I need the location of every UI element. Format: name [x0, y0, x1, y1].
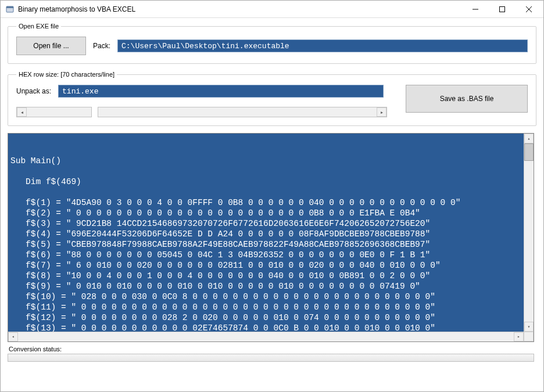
open-file-button[interactable]: Open file ... [16, 37, 86, 55]
scroll-right-icon[interactable]: ▸ [377, 107, 386, 117]
code-output[interactable]: Sub Main() Dim f$(469) f$(1) = "4D5A90 0… [8, 133, 534, 342]
save-bas-button-label: Save as .BAS file [440, 95, 494, 103]
code-text: Sub Main() Dim f$(469) f$(1) = "4D5A90 0… [8, 154, 534, 342]
save-bas-button[interactable]: Save as .BAS file [406, 85, 528, 113]
svg-rect-3 [500, 6, 505, 12]
unpack-as-field[interactable]: tini.exe [58, 85, 384, 98]
app-icon [5, 5, 15, 14]
scroll-track[interactable] [18, 332, 514, 341]
scroll-track[interactable] [524, 143, 534, 322]
scroll-track[interactable] [98, 107, 377, 117]
minimize-button[interactable] [462, 1, 489, 17]
scroll-left-icon[interactable]: ◂ [17, 107, 27, 117]
scroll-corner [524, 332, 534, 341]
maximize-button[interactable] [489, 1, 516, 17]
close-button[interactable] [516, 1, 542, 17]
conversion-status-bar [8, 354, 534, 362]
unpack-as-label: Unpack as: [16, 87, 51, 95]
open-exe-group: Open EXE file Open file ... Pack: C:\Use… [8, 23, 536, 64]
hex-row-size-legend: HEX row size: [70 characters/line] [16, 71, 117, 78]
scroll-right-icon[interactable]: ▸ [514, 332, 524, 341]
hscroll-large[interactable]: ▸ [98, 107, 387, 117]
scroll-thumb[interactable] [524, 143, 534, 161]
hex-row-size-group: HEX row size: [70 characters/line] Unpac… [8, 71, 536, 126]
scroll-up-icon[interactable]: ▴ [524, 134, 534, 143]
content: Open EXE file Open file ... Pack: C:\Use… [1, 18, 543, 365]
open-exe-legend: Open EXE file [16, 23, 61, 30]
scroll-left-icon[interactable]: ◂ [8, 332, 18, 341]
open-file-button-label: Open file ... [33, 42, 69, 50]
titlebar: Binary metamorphosis to VBA EXCEL [1, 1, 543, 18]
conversion-status-label: Conversion status: [9, 346, 536, 353]
pack-path-field[interactable]: C:\Users\Paul\Desktop\tini.executable [117, 39, 528, 52]
pack-label: Pack: [93, 42, 110, 50]
window-controls [462, 1, 542, 17]
window-title: Binary metamorphosis to VBA EXCEL [18, 5, 462, 13]
vertical-scrollbar[interactable]: ▴ ▾ [524, 134, 534, 332]
scroll-down-icon[interactable]: ▾ [524, 322, 534, 332]
scroll-track[interactable] [27, 107, 91, 117]
svg-rect-1 [6, 6, 13, 8]
horizontal-scrollbar[interactable]: ◂ ▸ [8, 332, 524, 341]
hscroll-small[interactable]: ◂ [16, 107, 92, 117]
